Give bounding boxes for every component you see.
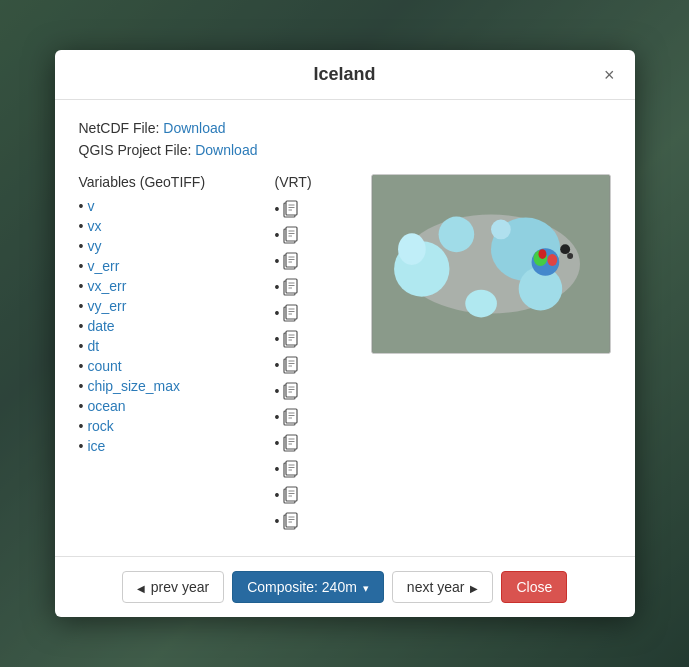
variable-list-item: ocean (79, 398, 275, 414)
file-copy-icon[interactable] (283, 330, 299, 348)
dropdown-caret-icon (363, 579, 369, 595)
variable-link[interactable]: vx (87, 218, 101, 234)
file-links-section: NetCDF File: Download QGIS Project File:… (79, 120, 611, 158)
svg-point-75 (547, 254, 557, 266)
vrt-list-item (275, 198, 355, 220)
next-year-button[interactable]: next year (392, 571, 494, 603)
variable-list-item: v (79, 198, 275, 214)
vrt-column: (VRT) (275, 174, 355, 536)
file-copy-icon[interactable] (283, 486, 299, 504)
variable-list-item: chip_size_max (79, 378, 275, 394)
vrt-list-item (275, 510, 355, 532)
vrt-list-item (275, 380, 355, 402)
vrt-list-item (275, 276, 355, 298)
variable-list-item: date (79, 318, 275, 334)
vrt-header: (VRT) (275, 174, 355, 190)
variable-link[interactable]: chip_size_max (87, 378, 180, 394)
vrt-list-item (275, 406, 355, 428)
variables-columns: Variables (GeoTIFF) vvxvyv_errvx_errvy_e… (79, 174, 355, 536)
modal-footer: prev year Composite: 240m next year Clos… (55, 556, 635, 617)
modal-close-x-button[interactable]: × (598, 64, 621, 86)
prev-year-label: prev year (151, 579, 209, 595)
variable-link[interactable]: vx_err (87, 278, 126, 294)
qgis-line: QGIS Project File: Download (79, 142, 611, 158)
variable-link[interactable]: ice (87, 438, 105, 454)
svg-point-68 (438, 217, 474, 253)
variable-link[interactable]: count (87, 358, 121, 374)
file-copy-icon[interactable] (283, 512, 299, 530)
vrt-list-item (275, 432, 355, 454)
chevron-right-icon (470, 579, 478, 595)
variable-link[interactable]: v (87, 198, 94, 214)
variable-list-item: count (79, 358, 275, 374)
variable-list-item: dt (79, 338, 275, 354)
svg-point-76 (560, 244, 570, 254)
modal-body: NetCDF File: Download QGIS Project File:… (55, 100, 635, 556)
netcdf-line: NetCDF File: Download (79, 120, 611, 136)
composite-label: Composite: 240m (247, 579, 357, 595)
variable-link[interactable]: dt (87, 338, 99, 354)
variable-link[interactable]: ocean (87, 398, 125, 414)
geotiff-column: Variables (GeoTIFF) vvxvyv_errvx_errvy_e… (79, 174, 275, 536)
variable-link[interactable]: v_err (87, 258, 119, 274)
content-area: Variables (GeoTIFF) vvxvyv_errvx_errvy_e… (79, 174, 611, 536)
vrt-list-item (275, 458, 355, 480)
qgis-download-link[interactable]: Download (195, 142, 257, 158)
vrt-list-item (275, 328, 355, 350)
vrt-list-item (275, 354, 355, 376)
svg-point-71 (465, 290, 497, 318)
file-copy-icon[interactable] (283, 382, 299, 400)
file-copy-icon[interactable] (283, 304, 299, 322)
modal-header: Iceland × (55, 50, 635, 100)
netcdf-label: NetCDF File: (79, 120, 160, 136)
vrt-list-item (275, 484, 355, 506)
file-copy-icon[interactable] (283, 226, 299, 244)
file-copy-icon[interactable] (283, 434, 299, 452)
variable-list: vvxvyv_errvx_errvy_errdatedtcountchip_si… (79, 198, 275, 454)
variable-list-item: vx_err (79, 278, 275, 294)
modal-dialog: Iceland × NetCDF File: Download QGIS Pro… (55, 50, 635, 617)
variable-list-item: v_err (79, 258, 275, 274)
chevron-left-icon (137, 579, 145, 595)
svg-point-77 (567, 253, 573, 259)
variable-list-item: vy_err (79, 298, 275, 314)
file-copy-icon[interactable] (283, 252, 299, 270)
variable-list-item: rock (79, 418, 275, 434)
variable-link[interactable]: vy (87, 238, 101, 254)
variable-link[interactable]: vy_err (87, 298, 126, 314)
svg-point-78 (398, 233, 426, 265)
file-copy-icon[interactable] (283, 278, 299, 296)
file-copy-icon[interactable] (283, 200, 299, 218)
svg-point-74 (538, 249, 546, 259)
modal-overlay: Iceland × NetCDF File: Download QGIS Pro… (0, 0, 689, 667)
variable-list-item: ice (79, 438, 275, 454)
vrt-list (275, 198, 355, 532)
file-copy-icon[interactable] (283, 408, 299, 426)
svg-point-79 (491, 220, 511, 240)
qgis-label: QGIS Project File: (79, 142, 192, 158)
file-copy-icon[interactable] (283, 460, 299, 478)
next-year-label: next year (407, 579, 465, 595)
variable-list-item: vx (79, 218, 275, 234)
iceland-map-svg (372, 175, 610, 353)
file-copy-icon[interactable] (283, 356, 299, 374)
close-button[interactable]: Close (501, 571, 567, 603)
map-preview (371, 174, 611, 354)
modal-title: Iceland (313, 64, 375, 85)
variable-list-item: vy (79, 238, 275, 254)
vrt-list-item (275, 224, 355, 246)
vrt-list-item (275, 250, 355, 272)
variable-link[interactable]: date (87, 318, 114, 334)
netcdf-download-link[interactable]: Download (163, 120, 225, 136)
composite-dropdown-button[interactable]: Composite: 240m (232, 571, 384, 603)
vrt-list-item (275, 302, 355, 324)
variables-section: Variables (GeoTIFF) vvxvyv_errvx_errvy_e… (79, 174, 355, 536)
geotiff-header: Variables (GeoTIFF) (79, 174, 275, 190)
prev-year-button[interactable]: prev year (122, 571, 224, 603)
variable-link[interactable]: rock (87, 418, 113, 434)
